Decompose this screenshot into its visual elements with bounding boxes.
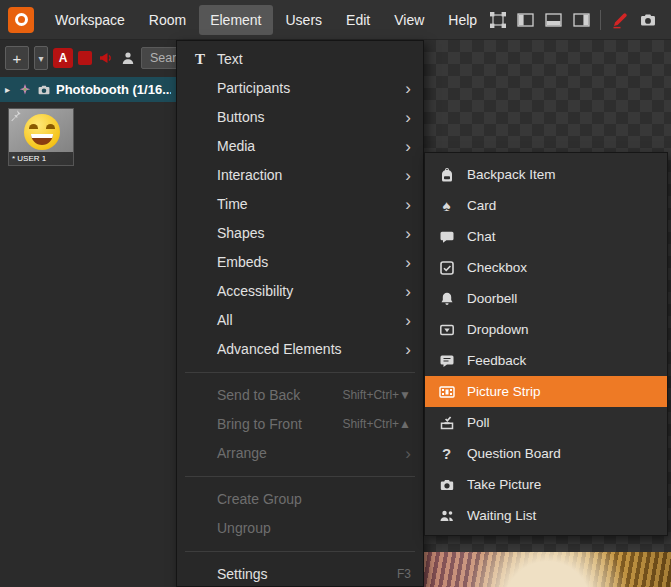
app-window: Workspace Room Element Users Edit View H…: [0, 0, 671, 587]
menu-edit[interactable]: Edit: [335, 5, 381, 35]
picture-strip-icon: [438, 383, 455, 400]
user-thumbnail[interactable]: * USER 1: [8, 108, 74, 166]
submenu-item-checkbox[interactable]: Checkbox: [425, 252, 667, 283]
menu-item-all[interactable]: All ›: [177, 306, 423, 335]
menu-item-ungroup[interactable]: Ungroup: [177, 514, 423, 543]
pushpin-icon[interactable]: [9, 109, 22, 122]
menu-item-embeds[interactable]: Embeds ›: [177, 248, 423, 277]
chevron-right-icon: ›: [405, 439, 411, 468]
menu-shortcut: Shift+Ctrl+▲: [342, 410, 411, 439]
menu-separator: [185, 476, 415, 477]
submenu-item-backpack-item[interactable]: Backpack Item: [425, 159, 667, 190]
menu-item-buttons[interactable]: Buttons ›: [177, 103, 423, 132]
submenu-item-card[interactable]: ♠ Card: [425, 190, 667, 221]
chevron-right-icon: ›: [405, 335, 411, 364]
menu-item-send-to-back[interactable]: Send to Back Shift+Ctrl+▼: [177, 381, 423, 410]
megaphone-icon[interactable]: [97, 50, 115, 66]
submenu-item-label: Chat: [467, 229, 496, 244]
menu-item-label: Advanced Elements: [217, 341, 342, 357]
menu-users[interactable]: Users: [275, 5, 334, 35]
submenu-item-label: Picture Strip: [467, 384, 541, 399]
menu-item-time[interactable]: Time ›: [177, 190, 423, 219]
submenu-item-waiting-list[interactable]: Waiting List: [425, 500, 667, 531]
submenu-item-take-picture[interactable]: Take Picture: [425, 469, 667, 500]
menu-item-label: Shapes: [217, 225, 264, 241]
menu-item-settings[interactable]: Settings F3: [177, 560, 423, 587]
menu-view[interactable]: View: [383, 5, 435, 35]
red-square-icon[interactable]: [78, 51, 92, 65]
submenu-item-dropdown[interactable]: Dropdown: [425, 314, 667, 345]
submenu-item-doorbell[interactable]: Doorbell: [425, 283, 667, 314]
panel-right-icon[interactable]: [572, 10, 591, 29]
text-icon: T: [191, 45, 209, 74]
dropdown-icon: [438, 321, 455, 338]
menu-workspace[interactable]: Workspace: [44, 5, 136, 35]
menu-item-label: Text: [217, 51, 243, 67]
panel-bottom-icon[interactable]: [544, 10, 563, 29]
emoji-mouth: [31, 134, 53, 145]
submenu-item-chat[interactable]: Chat: [425, 221, 667, 252]
menu-item-bring-to-front[interactable]: Bring to Front Shift+Ctrl+▲: [177, 410, 423, 439]
take-picture-camera-icon: [438, 476, 455, 493]
menu-item-label: Settings: [217, 566, 268, 582]
submenu-item-label: Dropdown: [467, 322, 529, 337]
menu-item-interaction[interactable]: Interaction ›: [177, 161, 423, 190]
chevron-right-icon: ›: [405, 248, 411, 277]
chevron-right-icon: ›: [405, 103, 411, 132]
menu-item-label: Embeds: [217, 254, 268, 270]
menu-item-arrange[interactable]: Arrange ›: [177, 439, 423, 468]
menu-item-label: Create Group: [217, 491, 302, 507]
menu-item-shapes[interactable]: Shapes ›: [177, 219, 423, 248]
menu-separator: [185, 372, 415, 373]
submenu-item-poll[interactable]: Poll: [425, 407, 667, 438]
menu-item-text[interactable]: T Text: [177, 45, 423, 74]
menubar-divider: [600, 10, 601, 30]
menu-item-media[interactable]: Media ›: [177, 132, 423, 161]
chevron-right-icon: ›: [405, 190, 411, 219]
chevron-right-icon: ›: [405, 74, 411, 103]
submenu-item-feedback[interactable]: Feedback: [425, 345, 667, 376]
doorbell-icon: [438, 290, 455, 307]
person-icon[interactable]: [120, 50, 136, 66]
menu-room[interactable]: Room: [138, 5, 197, 35]
submenu-item-label: Card: [467, 198, 496, 213]
menu-item-advanced-elements[interactable]: Advanced Elements ›: [177, 335, 423, 364]
expand-arrow-icon[interactable]: ▸: [5, 84, 13, 95]
add-element-caret-button[interactable]: ▾: [34, 46, 48, 70]
menu-item-accessibility[interactable]: Accessibility ›: [177, 277, 423, 306]
menu-shortcut: Shift+Ctrl+▼: [342, 381, 411, 410]
emoji-eye: [46, 124, 55, 129]
annotate-pencil-icon[interactable]: [610, 10, 629, 29]
add-element-button[interactable]: +: [5, 46, 29, 70]
poll-icon: [438, 414, 455, 431]
logo-ring-icon: [15, 13, 28, 26]
play-icon[interactable]: [666, 10, 671, 29]
panel-left-icon[interactable]: [516, 10, 535, 29]
menu-item-create-group[interactable]: Create Group: [177, 485, 423, 514]
grinning-emoji-image: [24, 114, 60, 150]
room-tree-row[interactable]: ▸ Photobooth (1/16...: [0, 77, 176, 102]
menu-item-participants[interactable]: Participants ›: [177, 74, 423, 103]
menu-help[interactable]: Help: [437, 5, 488, 35]
submenu-item-label: Backpack Item: [467, 167, 556, 182]
sparkler-icon: [18, 83, 32, 97]
chevron-right-icon: ›: [405, 132, 411, 161]
menubar-menus: Workspace Room Element Users Edit View H…: [44, 5, 488, 35]
menu-item-label: Media: [217, 138, 255, 154]
photobooth-background-image[interactable]: [424, 552, 671, 587]
room-label: Photobooth (1/16...: [56, 82, 171, 97]
menu-item-label: Arrange: [217, 445, 267, 461]
menu-item-label: Send to Back: [217, 387, 300, 403]
emoji-eye: [29, 124, 38, 129]
menu-shortcut: F3: [397, 560, 411, 587]
menu-element[interactable]: Element: [199, 5, 272, 35]
snapshot-camera-icon[interactable]: [638, 10, 657, 29]
red-a-icon[interactable]: A: [53, 48, 73, 68]
submenu-item-label: Question Board: [467, 446, 561, 461]
chevron-right-icon: ›: [405, 306, 411, 335]
submenu-item-picture-strip[interactable]: Picture Strip: [425, 376, 667, 407]
menubar-icon-group: [488, 10, 671, 30]
transform-select-icon[interactable]: [488, 10, 507, 29]
submenu-item-question-board[interactable]: ? Question Board: [425, 438, 667, 469]
thumbnail-caption: * USER 1: [9, 152, 73, 165]
